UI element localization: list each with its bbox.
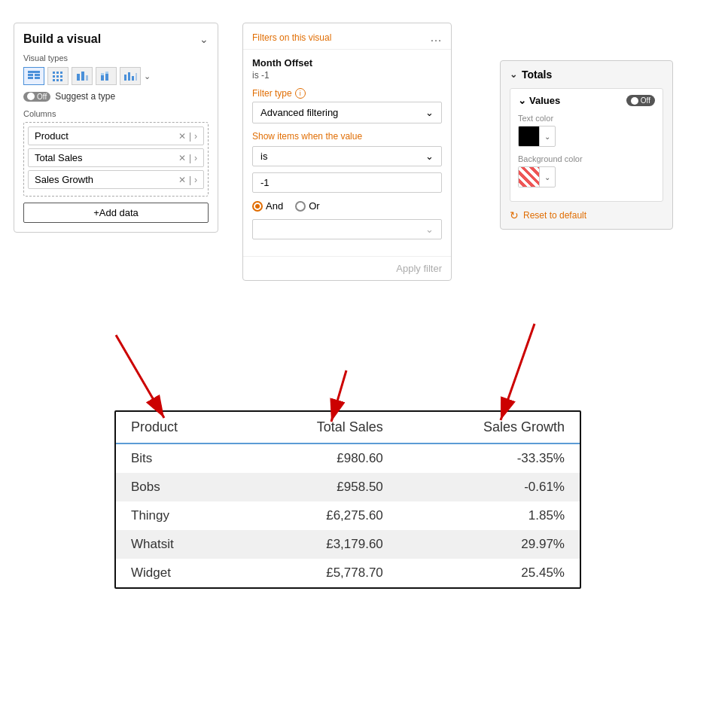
and-or-row: And Or — [252, 200, 442, 212]
second-condition-chevron-icon: ⌄ — [425, 224, 434, 235]
arrow-total-sales-icon[interactable]: › — [194, 153, 197, 163]
cell-product-0: Bits — [116, 443, 241, 473]
table-row: Bobs£958.50-0.61% — [116, 473, 580, 501]
filter-type-value: Advanced filtering — [260, 107, 338, 118]
build-panel-header: Build a visual ⌄ — [23, 32, 209, 46]
svg-rect-1 — [28, 74, 33, 76]
text-color-button[interactable]: ⌄ — [518, 126, 556, 147]
column-total-sales-name: Total Sales — [35, 152, 178, 163]
visual-type-column[interactable] — [120, 67, 141, 85]
bg-color-button[interactable]: ⌄ — [518, 166, 556, 187]
svg-rect-11 — [53, 79, 55, 81]
suggest-label: Suggest a type — [55, 91, 115, 102]
second-condition-placeholder — [260, 224, 263, 235]
col-header-product: Product — [116, 412, 241, 443]
col-header-sales-growth: Sales Growth — [398, 412, 580, 443]
apply-filter-button[interactable]: Apply filter — [243, 256, 451, 280]
svg-rect-19 — [105, 74, 108, 81]
filter-field-value: is -1 — [252, 70, 442, 81]
filter-section: Month Offset is -1 Filter type i Advance… — [243, 50, 451, 256]
cell-totalSales-4: £5,778.70 — [241, 559, 398, 587]
cell-salesGrowth-1: -0.61% — [398, 473, 580, 501]
or-radio-label[interactable]: Or — [295, 200, 319, 212]
values-header: ⌄ Values Off — [518, 95, 655, 106]
and-radio-label[interactable]: And — [252, 200, 283, 212]
build-panel-collapse-icon[interactable]: ⌄ — [200, 33, 209, 45]
cell-totalSales-1: £958.50 — [241, 473, 398, 501]
svg-rect-14 — [77, 74, 80, 81]
visual-type-matrix[interactable] — [47, 67, 69, 85]
visual-types-more-icon[interactable]: ⌄ — [144, 72, 151, 81]
cell-product-1: Bobs — [116, 473, 241, 501]
visual-types-row: ⌄ — [23, 67, 209, 85]
data-table: Product Total Sales Sales Growth Bits£98… — [116, 412, 580, 587]
col-header-total-sales: Total Sales — [241, 412, 398, 443]
cell-salesGrowth-0: -33.35% — [398, 443, 580, 473]
cell-totalSales-2: £6,275.60 — [241, 501, 398, 530]
table-row: Thingy£6,275.601.85% — [116, 501, 580, 530]
remove-total-sales-icon[interactable]: ✕ — [178, 153, 186, 163]
totals-title: Totals — [522, 69, 552, 81]
second-condition-dropdown[interactable]: ⌄ — [252, 219, 442, 239]
visual-type-stacked-bar[interactable] — [96, 67, 117, 85]
column-product: Product ✕ | › — [28, 126, 204, 145]
condition-chevron-icon: ⌄ — [425, 151, 434, 162]
values-chevron-icon[interactable]: ⌄ — [518, 95, 526, 106]
build-panel-title: Build a visual — [23, 32, 101, 46]
column-sales-growth-name: Sales Growth — [35, 174, 178, 185]
condition-dropdown[interactable]: is ⌄ — [252, 146, 442, 166]
visual-type-bar[interactable] — [72, 67, 93, 85]
svg-rect-3 — [28, 77, 33, 79]
visual-type-table[interactable] — [23, 67, 44, 85]
columns-area: Product ✕ | › Total Sales ✕ | › Sales Gr… — [23, 122, 209, 197]
and-label: And — [266, 200, 283, 212]
cell-product-4: Widget — [116, 559, 241, 587]
svg-rect-17 — [101, 75, 104, 81]
column-product-icons: ✕ | › — [178, 131, 197, 142]
arrow-product-icon[interactable]: › — [194, 131, 197, 142]
build-visual-panel: Build a visual ⌄ Visual types ⌄ Off Sugg… — [14, 23, 218, 233]
cell-salesGrowth-2: 1.85% — [398, 501, 580, 530]
totals-chevron-icon[interactable]: ⌄ — [510, 69, 517, 80]
cell-totalSales-0: £980.60 — [241, 443, 398, 473]
cell-totalSales-3: £3,179.60 — [241, 530, 398, 559]
remove-product-icon[interactable]: ✕ — [178, 131, 186, 142]
reset-label: Reset to default — [523, 210, 586, 221]
values-toggle-label: Off — [641, 96, 650, 105]
reset-to-default-button[interactable]: ↻ Reset to default — [510, 209, 663, 221]
column-total-sales-icons: ✕ | › — [178, 153, 197, 163]
filters-more-icon[interactable]: … — [430, 31, 442, 44]
svg-rect-7 — [60, 72, 62, 74]
arrow-sales-growth-icon[interactable]: › — [194, 175, 197, 185]
table-row: Widget£5,778.7025.45% — [116, 559, 580, 587]
svg-rect-0 — [28, 71, 40, 73]
and-radio-icon — [252, 201, 263, 212]
arrow-build-to-table — [116, 335, 164, 418]
svg-rect-10 — [60, 75, 62, 78]
bg-color-caret-icon: ⌄ — [539, 167, 555, 187]
arrow-totals-to-table — [501, 324, 535, 420]
add-data-button[interactable]: +Add data — [23, 203, 209, 223]
values-toggle[interactable]: Off — [626, 95, 655, 106]
filter-field-name: Month Offset — [252, 57, 442, 69]
value-input-field[interactable]: -1 — [252, 172, 442, 193]
svg-rect-6 — [56, 72, 59, 74]
separator-total-sales: | — [189, 153, 191, 163]
table-row: Bits£980.60-33.35% — [116, 443, 580, 473]
svg-rect-9 — [56, 75, 59, 78]
totals-header: ⌄ Totals — [510, 69, 663, 81]
svg-rect-18 — [101, 73, 104, 75]
svg-rect-5 — [53, 72, 55, 74]
svg-rect-16 — [86, 75, 88, 81]
suggest-toggle[interactable]: Off — [23, 92, 50, 102]
reset-icon: ↻ — [510, 209, 519, 221]
remove-sales-growth-icon[interactable]: ✕ — [178, 175, 186, 185]
bg-color-label: Background color — [518, 154, 655, 163]
suggest-type-row: Off Suggest a type — [23, 91, 209, 102]
filter-type-dropdown[interactable]: Advanced filtering ⌄ — [252, 102, 442, 123]
bg-color-swatch — [519, 167, 539, 187]
text-color-swatch — [519, 126, 539, 146]
text-color-caret-icon: ⌄ — [539, 126, 555, 146]
data-table-container: Product Total Sales Sales Growth Bits£98… — [114, 410, 581, 589]
filter-type-info-icon[interactable]: i — [295, 88, 306, 99]
